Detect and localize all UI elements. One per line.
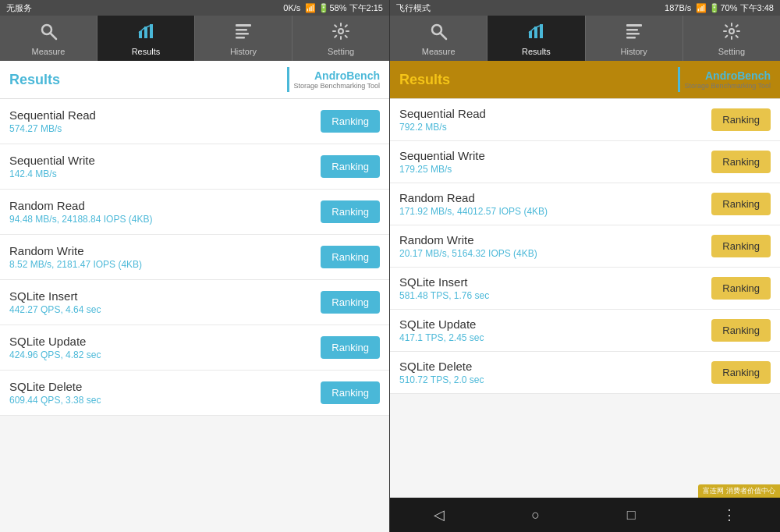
result-value-right-2: 171.92 MB/s, 44012.57 IOPS (4KB): [399, 206, 548, 217]
tab-history-right[interactable]: History: [586, 16, 683, 61]
result-info-left-0: Sequential Read 574.27 MB/s: [9, 108, 96, 134]
result-item-right-5: SQLite Update 417.1 TPS, 2.45 sec Rankin…: [390, 310, 780, 352]
bottom-nav-btn-1[interactable]: ○: [516, 504, 555, 527]
result-value-left-5: 424.96 QPS, 4.82 sec: [9, 349, 101, 360]
tab-setting-left[interactable]: Setting: [292, 16, 389, 61]
setting-icon-left: [332, 22, 350, 45]
ranking-btn-left-1[interactable]: Ranking: [321, 155, 380, 178]
result-info-right-5: SQLite Update 417.1 TPS, 2.45 sec: [399, 317, 484, 343]
bottom-nav-btn-3[interactable]: ⋮: [707, 503, 752, 527]
ranking-btn-right-6[interactable]: Ranking: [711, 361, 771, 384]
result-name-right-4: SQLite Insert: [399, 275, 489, 289]
history-icon-left: [234, 22, 253, 45]
result-value-right-5: 417.1 TPS, 2.45 sec: [399, 332, 484, 343]
tab-history-left[interactable]: History: [195, 16, 292, 61]
status-bar-right: 飞行模式 187B/s 📶 🔋70% 下午3:48: [390, 0, 780, 16]
tab-measure-right[interactable]: Measure: [390, 16, 488, 61]
bottom-nav: ◁○□⋮: [390, 498, 780, 532]
result-item-right-1: Sequential Write 179.25 MB/s Ranking: [390, 141, 780, 183]
ranking-btn-right-3[interactable]: Ranking: [711, 235, 771, 257]
result-info-left-5: SQLite Update 424.96 QPS, 4.82 sec: [9, 335, 101, 360]
result-name-left-4: SQLite Insert: [9, 289, 101, 303]
ranking-btn-left-4[interactable]: Ranking: [321, 291, 380, 314]
result-name-right-2: Random Read: [399, 191, 548, 204]
ranking-btn-right-4[interactable]: Ranking: [711, 277, 771, 300]
result-value-left-3: 8.52 MB/s, 2181.47 IOPS (4KB): [9, 259, 142, 270]
result-name-left-2: Random Read: [9, 199, 152, 212]
ranking-btn-right-2[interactable]: Ranking: [711, 193, 771, 215]
phone-right: 飞行模式 187B/s 📶 🔋70% 下午3:48 Measure: [390, 0, 780, 532]
watermark: 富连网 消费者价值中心: [698, 484, 780, 498]
svg-rect-8: [236, 37, 245, 39]
ranking-btn-left-3[interactable]: Ranking: [321, 246, 380, 268]
carrier-left: 无服务: [6, 2, 32, 14]
result-name-right-6: SQLite Delete: [399, 360, 484, 373]
svg-rect-7: [236, 33, 249, 35]
tab-results-label-left: Results: [132, 47, 161, 56]
result-info-right-3: Random Write 20.17 MB/s, 5164.32 IOPS (4…: [399, 233, 537, 259]
result-item-left-6: SQLite Delete 609.44 QPS, 3.38 sec Ranki…: [0, 371, 389, 416]
results-title-right: Results: [399, 72, 450, 88]
ranking-btn-left-6[interactable]: Ranking: [321, 381, 380, 404]
tab-setting-right[interactable]: Setting: [683, 16, 780, 61]
ranking-btn-left-5[interactable]: Ranking: [321, 336, 380, 359]
result-name-right-3: Random Write: [399, 233, 537, 246]
tab-results-right[interactable]: Results: [488, 16, 585, 61]
result-info-left-3: Random Write 8.52 MB/s, 2181.47 IOPS (4K…: [9, 244, 142, 270]
result-item-left-2: Random Read 94.48 MB/s, 24188.84 IOPS (4…: [0, 190, 389, 235]
ranking-btn-right-0[interactable]: Ranking: [711, 108, 771, 131]
results-list-left: Sequential Read 574.27 MB/s Ranking Sequ…: [0, 99, 389, 532]
ranking-btn-left-2[interactable]: Ranking: [321, 200, 380, 223]
svg-line-11: [441, 34, 446, 39]
result-value-right-3: 20.17 MB/s, 5164.32 IOPS (4KB): [399, 248, 537, 259]
result-info-right-1: Sequential Write 179.25 MB/s: [399, 149, 485, 175]
tab-setting-label-left: Setting: [328, 47, 354, 56]
ranking-btn-right-1[interactable]: Ranking: [711, 151, 771, 173]
result-info-left-6: SQLite Delete 609.44 QPS, 3.38 sec: [9, 380, 101, 406]
result-item-right-0: Sequential Read 792.2 MB/s Ranking: [390, 99, 780, 141]
svg-point-9: [339, 29, 343, 34]
result-name-right-0: Sequential Read: [399, 107, 486, 120]
svg-rect-4: [150, 24, 153, 38]
result-value-right-4: 581.48 TPS, 1.76 sec: [399, 290, 489, 301]
result-value-right-6: 510.72 TPS, 2.0 sec: [399, 374, 484, 385]
result-value-right-1: 179.25 MB/s: [399, 164, 485, 175]
result-item-left-1: Sequential Write 142.4 MB/s Ranking: [0, 144, 389, 190]
results-header-right: Results AndroBench Storage Benchmarking …: [390, 61, 780, 99]
result-info-right-4: SQLite Insert 581.48 TPS, 1.76 sec: [399, 275, 489, 301]
tab-measure-left[interactable]: Measure: [0, 16, 98, 61]
measure-icon-left: [39, 22, 58, 45]
result-value-left-0: 574.27 MB/s: [9, 123, 96, 134]
ranking-btn-right-5[interactable]: Ranking: [711, 319, 771, 342]
result-item-left-0: Sequential Read 574.27 MB/s Ranking: [0, 99, 389, 144]
ranking-btn-left-0[interactable]: Ranking: [321, 110, 380, 133]
carrier-right: 飞行模式: [396, 2, 431, 14]
tab-measure-label-left: Measure: [32, 47, 66, 56]
svg-rect-14: [540, 24, 543, 38]
svg-rect-18: [626, 37, 636, 39]
setting-icon-right: [722, 22, 741, 45]
right-status-right: 187B/s 📶 🔋70% 下午3:48: [665, 2, 774, 14]
androbench-logo-right: AndroBench Storage Benchmarking Tool: [678, 67, 771, 92]
bottom-nav-btn-0[interactable]: ◁: [418, 503, 460, 527]
result-item-right-4: SQLite Insert 581.48 TPS, 1.76 sec Ranki…: [390, 268, 780, 310]
right-status-left: 0K/s 📶 🔋58% 下午2:15: [283, 2, 383, 14]
result-name-left-6: SQLite Delete: [9, 380, 101, 393]
result-item-right-3: Random Write 20.17 MB/s, 5164.32 IOPS (4…: [390, 225, 780, 268]
result-info-right-2: Random Read 171.92 MB/s, 44012.57 IOPS (…: [399, 191, 548, 217]
result-value-left-2: 94.48 MB/s, 24188.84 IOPS (4KB): [9, 214, 152, 225]
result-item-right-2: Random Read 171.92 MB/s, 44012.57 IOPS (…: [390, 183, 780, 225]
history-icon-right: [625, 22, 644, 45]
nav-tabs-left: Measure Results: [0, 16, 389, 61]
results-list-right: Sequential Read 792.2 MB/s Ranking Seque…: [390, 99, 780, 498]
results-icon-left: [136, 22, 155, 45]
tab-results-left[interactable]: Results: [98, 16, 195, 61]
bottom-nav-btn-2[interactable]: □: [612, 504, 651, 527]
androbench-logo-left: AndroBench Storage Benchmarking Tool: [287, 67, 380, 92]
tab-setting-label-right: Setting: [718, 47, 745, 56]
result-name-right-1: Sequential Write: [399, 149, 485, 162]
result-name-right-5: SQLite Update: [399, 317, 484, 331]
result-info-left-2: Random Read 94.48 MB/s, 24188.84 IOPS (4…: [9, 199, 152, 225]
tab-history-label-right: History: [621, 47, 647, 56]
result-info-left-1: Sequential Write 142.4 MB/s: [9, 154, 95, 179]
